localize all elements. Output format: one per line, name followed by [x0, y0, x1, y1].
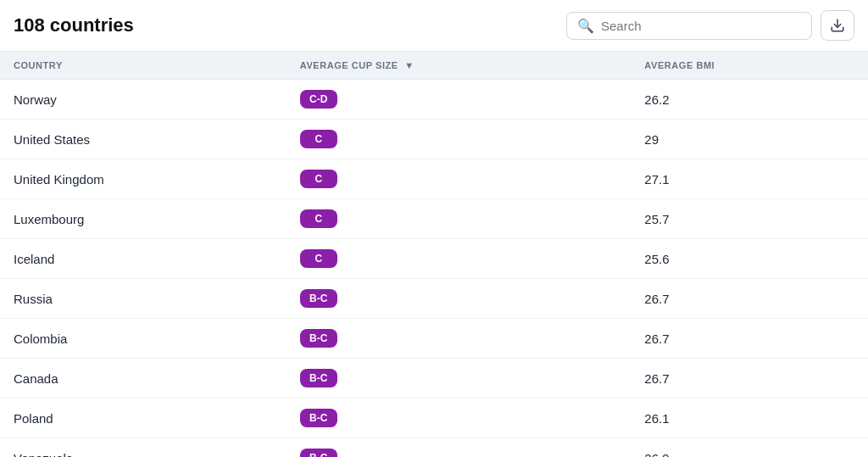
table-header: COUNTRY AVERAGE CUP SIZE ▼ AVERAGE BMI	[0, 52, 868, 80]
table-row: Colombia B-C 26.7	[0, 319, 868, 359]
table-row: Russia B-C 26.7	[0, 279, 868, 319]
cup-badge: C-D	[300, 90, 337, 109]
search-icon: 🔍	[577, 18, 594, 34]
cup-badge: C	[300, 249, 337, 268]
table-row: Luxembourg C 25.7	[0, 199, 868, 239]
table-row: Poland B-C 26.1	[0, 398, 868, 438]
cup-badge: B-C	[300, 289, 337, 308]
table-row: Canada B-C 26.7	[0, 359, 868, 398]
cell-bmi: 26.7	[631, 359, 868, 398]
table-body: Norway C-D 26.2 United States C 29 Unite…	[0, 80, 868, 458]
cell-country: Venezuela	[0, 438, 287, 458]
sort-icon: ▼	[404, 60, 414, 70]
cell-country: United States	[0, 120, 287, 159]
cell-bmi: 26.7	[631, 319, 868, 359]
cell-bmi: 27.1	[631, 159, 868, 199]
cell-bmi: 26.2	[631, 80, 868, 120]
cell-cup-size: B-C	[287, 438, 632, 458]
cell-bmi: 25.7	[631, 199, 868, 239]
cell-country: Norway	[0, 80, 287, 120]
cell-bmi: 29	[631, 120, 868, 159]
cell-cup-size: B-C	[287, 359, 632, 398]
cup-badge: C	[300, 170, 337, 188]
cell-cup-size: B-C	[287, 319, 632, 359]
header-controls: 🔍	[566, 10, 854, 41]
page-header: 108 countries 🔍	[0, 0, 868, 52]
table-row: Venezuela B-C 26.9	[0, 438, 868, 458]
page-title: 108 countries	[14, 14, 134, 36]
table-wrapper: COUNTRY AVERAGE CUP SIZE ▼ AVERAGE BMI N…	[0, 52, 868, 457]
cell-country: Iceland	[0, 239, 287, 279]
search-container: 🔍	[566, 12, 812, 40]
table-row: United Kingdom C 27.1	[0, 159, 868, 199]
download-icon	[830, 18, 845, 33]
cup-badge: B-C	[300, 409, 337, 427]
cell-cup-size: C	[287, 199, 632, 239]
cup-badge: B-C	[300, 329, 337, 348]
col-header-bmi: AVERAGE BMI	[631, 52, 868, 80]
data-table: COUNTRY AVERAGE CUP SIZE ▼ AVERAGE BMI N…	[0, 52, 868, 457]
cell-cup-size: C	[287, 120, 632, 159]
cell-cup-size: C-D	[287, 80, 632, 120]
search-input[interactable]	[601, 19, 801, 33]
table-row: Norway C-D 26.2	[0, 80, 868, 120]
cell-bmi: 26.9	[631, 438, 868, 458]
cup-badge: B-C	[300, 449, 337, 457]
cell-cup-size: C	[287, 159, 632, 199]
cell-bmi: 26.7	[631, 279, 868, 319]
download-button[interactable]	[821, 10, 854, 41]
cell-country: Poland	[0, 398, 287, 438]
cell-country: Colombia	[0, 319, 287, 359]
cup-badge: C	[300, 130, 337, 148]
cell-country: Canada	[0, 359, 287, 398]
cell-bmi: 25.6	[631, 239, 868, 279]
cell-bmi: 26.1	[631, 398, 868, 438]
table-row: United States C 29	[0, 120, 868, 159]
cell-cup-size: C	[287, 239, 632, 279]
cell-country: Russia	[0, 279, 287, 319]
cup-badge: C	[300, 209, 337, 228]
cell-country: United Kingdom	[0, 159, 287, 199]
cell-cup-size: B-C	[287, 279, 632, 319]
cell-cup-size: B-C	[287, 398, 632, 438]
col-header-country: COUNTRY	[0, 52, 287, 80]
col-header-cup-size[interactable]: AVERAGE CUP SIZE ▼	[287, 52, 632, 80]
table-row: Iceland C 25.6	[0, 239, 868, 279]
cell-country: Luxembourg	[0, 199, 287, 239]
cup-badge: B-C	[300, 369, 337, 387]
